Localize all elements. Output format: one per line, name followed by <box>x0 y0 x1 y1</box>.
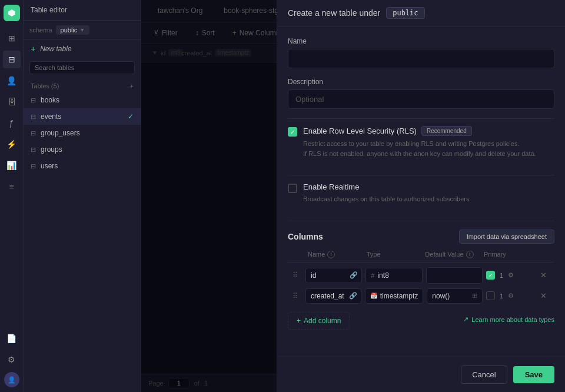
plus-icon: + <box>31 44 35 54</box>
primary-order-created: 1 <box>500 293 503 300</box>
public-badge: public <box>386 7 424 19</box>
modal-title: Create a new table under <box>288 8 380 18</box>
main-area: tawchan's Org book-spheres-stg ⊻ Filter … <box>141 0 565 392</box>
sidebar-item-books[interactable]: ⊟ books <box>24 92 141 108</box>
link-icon-created: 🔗 <box>349 292 357 300</box>
delete-col-created[interactable]: ✕ <box>537 290 550 303</box>
logs-icon[interactable]: ≡ <box>3 178 21 195</box>
check-icon: ✓ <box>290 129 295 135</box>
cancel-label: Cancel <box>472 370 496 379</box>
realtime-checkbox[interactable] <box>288 184 297 193</box>
learn-more-label: Learn more about data types <box>471 316 554 323</box>
reports-icon[interactable]: 📊 <box>3 157 21 174</box>
cancel-button[interactable]: Cancel <box>461 366 507 384</box>
add-table-icon[interactable]: + <box>130 82 134 89</box>
columns-footer: + Add column ↗ Learn more about data typ… <box>288 310 554 330</box>
docs-icon[interactable]: 📄 <box>3 330 21 347</box>
import-spreadsheet-button[interactable]: Import data via spreadsheet <box>459 230 554 244</box>
rls-title: Enable Row Level Security (RLS) Recommen… <box>303 126 554 136</box>
col-header-default: Default Value i <box>425 251 480 258</box>
modal-header: Create a new table under public <box>277 0 565 26</box>
col-name-wrap-id: 🔗 <box>305 268 362 283</box>
default-value-id[interactable] <box>426 267 483 284</box>
sidebar-item-events[interactable]: ⊟ events ✓ <box>24 108 141 125</box>
functions-icon[interactable]: ƒ <box>3 114 21 132</box>
col-hdr-primary-label: Primary <box>484 251 506 258</box>
name-label: Name <box>288 37 554 45</box>
sidebar-item-users[interactable]: ⊟ users <box>24 158 141 174</box>
primary-order-id: 1 <box>500 272 503 279</box>
save-button[interactable]: Save <box>513 366 554 383</box>
col-type-created[interactable]: 📅 timestamptz <box>365 288 424 304</box>
name-field: Name <box>288 37 554 68</box>
app-title: Table editor <box>31 6 67 14</box>
modal-body: Name Description ✓ Enable Row Level Secu <box>277 26 565 357</box>
column-row-created-at: ⠿ 🔗 📅 timestamptz now() ⊞ <box>288 288 554 304</box>
import-label: Import data via spreadsheet <box>467 233 547 240</box>
realtime-title: Enable Realtime <box>303 182 554 191</box>
realtime-desc: Broadcast changes on this table to autho… <box>303 194 554 204</box>
default-value-created[interactable]: now() ⊞ <box>427 288 483 304</box>
selected-checkmark: ✓ <box>128 112 134 121</box>
expand-icon[interactable]: ⊞ <box>472 292 477 300</box>
col-hdr-name-label: Name <box>308 251 325 258</box>
new-table-label: New table <box>40 45 71 53</box>
table-name-users: users <box>41 162 58 170</box>
home-icon[interactable]: ⊞ <box>3 29 21 47</box>
type-text-created: timestamptz <box>380 292 418 300</box>
new-table-item[interactable]: + New table <box>24 40 141 58</box>
rls-checkbox-row: ✓ Enable Row Level Security (RLS) Recomm… <box>288 118 554 165</box>
icon-sidebar: ⊞ ⊟ 👤 🗄 ƒ ⚡ 📊 ≡ 📄 ⚙ 👤 <box>0 0 24 392</box>
description-field: Description <box>288 78 554 109</box>
default-text-created: now() <box>432 292 470 300</box>
table-row-icon: ⊟ <box>31 113 36 121</box>
hash-icon: # <box>371 272 374 279</box>
realtime-checkbox-row: Enable Realtime Broadcast changes on thi… <box>288 175 554 211</box>
delete-col-id[interactable]: ✕ <box>537 269 550 282</box>
sidebar-item-group-users[interactable]: ⊟ group_users <box>24 125 141 141</box>
drag-handle-id[interactable]: ⠿ <box>288 271 302 280</box>
sidebar-item-groups[interactable]: ⊟ groups <box>24 141 141 158</box>
sidebar-header: Table editor <box>24 0 141 21</box>
chevron-down-icon: ▼ <box>79 27 85 33</box>
table-row-icon: ⊟ <box>31 97 36 104</box>
avatar[interactable]: 👤 <box>4 372 19 387</box>
modal-footer: Cancel Save <box>277 357 565 392</box>
search-tables-input[interactable] <box>29 61 135 74</box>
table-sidebar: Table editor schema public ▼ + New table… <box>24 0 141 392</box>
schema-name: public <box>61 26 78 34</box>
column-row-id: ⠿ 🔗 # int8 ✓ <box>288 267 554 284</box>
api-icon[interactable]: ⚡ <box>3 135 21 153</box>
primary-wrap-id: ✓ 1 ⚙ <box>486 271 533 280</box>
name-info-icon[interactable]: i <box>327 251 335 258</box>
primary-checkbox-created[interactable] <box>486 291 495 300</box>
learn-more-link[interactable]: ↗ Learn more about data types <box>463 315 554 323</box>
rls-desc-line1: Restrict access to your table by enablin… <box>303 140 519 147</box>
recommended-badge: Recommended <box>421 126 472 136</box>
name-input[interactable] <box>288 49 554 68</box>
auth-icon[interactable]: 👤 <box>3 72 21 89</box>
type-text-id: int8 <box>377 271 388 280</box>
save-label: Save <box>525 370 543 379</box>
plus-icon: + <box>297 317 301 325</box>
storage-icon[interactable]: 🗄 <box>3 93 21 111</box>
add-column-button[interactable]: + Add column <box>288 312 350 330</box>
gear-icon-created[interactable]: ⚙ <box>508 292 514 300</box>
gear-icon-id[interactable]: ⚙ <box>508 271 514 279</box>
settings-icon[interactable]: ⚙ <box>3 351 21 368</box>
add-column-label: Add column <box>304 317 341 325</box>
rls-checkbox[interactable]: ✓ <box>288 127 297 137</box>
table-row-icon: ⊟ <box>31 146 36 154</box>
table-editor-icon[interactable]: ⊟ <box>3 51 21 68</box>
col-type-id[interactable]: # int8 <box>365 268 422 283</box>
primary-checkbox-id[interactable]: ✓ <box>486 271 495 280</box>
default-info-icon[interactable]: i <box>466 251 474 258</box>
description-input[interactable] <box>288 89 554 109</box>
tables-count: Tables (5) <box>31 82 59 89</box>
col-hdr-default-label: Default Value <box>425 251 463 258</box>
check-icon: ✓ <box>488 273 493 278</box>
schema-label: schema <box>29 26 52 34</box>
col-name-wrap-created: 🔗 <box>305 288 361 304</box>
schema-badge[interactable]: public ▼ <box>56 25 90 35</box>
drag-handle-created[interactable]: ⠿ <box>288 292 302 300</box>
